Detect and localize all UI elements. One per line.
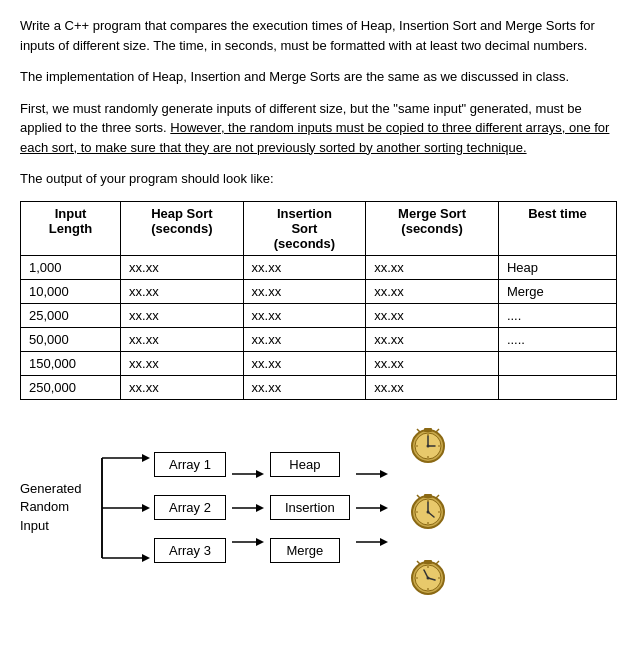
fan-arrows-svg — [92, 436, 152, 580]
para3-quote: "same input" — [393, 101, 466, 116]
cell-merge: xx.xx — [366, 255, 499, 279]
arrow6-svg — [356, 534, 388, 550]
cell-heap: xx.xx — [121, 351, 244, 375]
generated-label-area: Generated Random Input — [20, 436, 90, 579]
svg-line-51 — [417, 561, 420, 564]
col-header-heap: Heap Sort(seconds) — [121, 201, 244, 255]
cell-input: 250,000 — [21, 375, 121, 399]
clock2-icon — [404, 484, 452, 532]
mid-arrows — [232, 466, 264, 550]
arrow1 — [232, 466, 264, 482]
arrow3 — [232, 534, 264, 550]
cell-heap: xx.xx — [121, 375, 244, 399]
table-row: 1,000 xx.xx xx.xx xx.xx Heap — [21, 255, 617, 279]
svg-marker-20 — [380, 538, 388, 546]
cell-best — [498, 351, 616, 375]
clocks-column — [404, 418, 452, 598]
arrow2 — [232, 500, 264, 516]
right-arrows — [356, 466, 388, 550]
cell-merge: xx.xx — [366, 375, 499, 399]
cell-best — [498, 375, 616, 399]
merge-sort-box: Merge — [270, 538, 340, 563]
array3-box: Array 3 — [154, 538, 226, 563]
cell-insertion: xx.xx — [243, 327, 366, 351]
svg-marker-12 — [256, 504, 264, 512]
arrow5-svg — [356, 500, 388, 516]
array2-box: Array 2 — [154, 495, 226, 520]
array1-box: Array 1 — [154, 452, 226, 477]
para2: The implementation of Heap, Insertion an… — [20, 67, 617, 87]
cell-input: 10,000 — [21, 279, 121, 303]
para4: The output of your program should look l… — [20, 169, 617, 189]
cell-heap: xx.xx — [121, 279, 244, 303]
svg-marker-16 — [380, 470, 388, 478]
svg-marker-4 — [142, 504, 150, 512]
svg-marker-7 — [142, 554, 150, 562]
col-header-merge: Merge Sort(seconds) — [366, 201, 499, 255]
svg-line-52 — [436, 561, 439, 564]
cell-input: 25,000 — [21, 303, 121, 327]
cell-best: Merge — [498, 279, 616, 303]
cell-input: 50,000 — [21, 327, 121, 351]
cell-merge: xx.xx — [366, 303, 499, 327]
description-section: Write a C++ program that compares the ex… — [20, 16, 617, 189]
cell-best: Heap — [498, 255, 616, 279]
arrow6 — [356, 534, 388, 550]
cell-insertion: xx.xx — [243, 375, 366, 399]
svg-line-40 — [436, 495, 439, 498]
table-row: 50,000 xx.xx xx.xx xx.xx ..... — [21, 327, 617, 351]
cell-heap: xx.xx — [121, 255, 244, 279]
heap-sort-box: Heap — [270, 452, 340, 477]
arrow5 — [356, 500, 388, 516]
cell-merge: xx.xx — [366, 351, 499, 375]
arrow2-svg — [232, 500, 264, 516]
arrow1-svg — [232, 466, 264, 482]
cell-insertion: xx.xx — [243, 351, 366, 375]
svg-rect-26 — [424, 428, 432, 432]
cell-best: ..... — [498, 327, 616, 351]
arrow3-svg — [232, 534, 264, 550]
table-row: 25,000 xx.xx xx.xx xx.xx .... — [21, 303, 617, 327]
cell-insertion: xx.xx — [243, 303, 366, 327]
cell-merge: xx.xx — [366, 279, 499, 303]
cell-heap: xx.xx — [121, 303, 244, 327]
cell-input: 1,000 — [21, 255, 121, 279]
para3-plain: First, we must randomly generate inputs … — [20, 101, 393, 116]
clock3-icon — [404, 550, 452, 598]
table-row: 150,000 xx.xx xx.xx xx.xx — [21, 351, 617, 375]
svg-marker-18 — [380, 504, 388, 512]
sorts-column: Heap Insertion Merge — [270, 452, 350, 563]
cell-input: 150,000 — [21, 351, 121, 375]
cell-insertion: xx.xx — [243, 279, 366, 303]
arrow4 — [356, 466, 388, 482]
generated-label: Generated Random Input — [20, 480, 81, 535]
svg-line-28 — [436, 429, 439, 432]
svg-rect-38 — [424, 494, 432, 498]
cell-merge: xx.xx — [366, 327, 499, 351]
svg-marker-2 — [142, 454, 150, 462]
table-row: 10,000 xx.xx xx.xx xx.xx Merge — [21, 279, 617, 303]
cell-insertion: xx.xx — [243, 255, 366, 279]
svg-marker-14 — [256, 538, 264, 546]
insertion-sort-box: Insertion — [270, 495, 350, 520]
diagram-section: Generated Random Input Array 1 Array 2 A… — [20, 418, 617, 598]
col-header-input: InputLength — [21, 201, 121, 255]
arrow4-svg — [356, 466, 388, 482]
col-header-best: Best time — [498, 201, 616, 255]
arrays-column: Array 1 Array 2 Array 3 — [154, 452, 226, 563]
svg-line-39 — [417, 495, 420, 498]
svg-rect-50 — [424, 560, 432, 564]
para1: Write a C++ program that compares the ex… — [20, 16, 617, 55]
table-row: 250,000 xx.xx xx.xx xx.xx — [21, 375, 617, 399]
col-header-insertion: InsertionSort(seconds) — [243, 201, 366, 255]
svg-line-27 — [417, 429, 420, 432]
cell-best: .... — [498, 303, 616, 327]
results-table: InputLength Heap Sort(seconds) Insertion… — [20, 201, 617, 400]
cell-heap: xx.xx — [121, 327, 244, 351]
para3: First, we must randomly generate inputs … — [20, 99, 617, 158]
clock1-icon — [404, 418, 452, 466]
svg-marker-10 — [256, 470, 264, 478]
